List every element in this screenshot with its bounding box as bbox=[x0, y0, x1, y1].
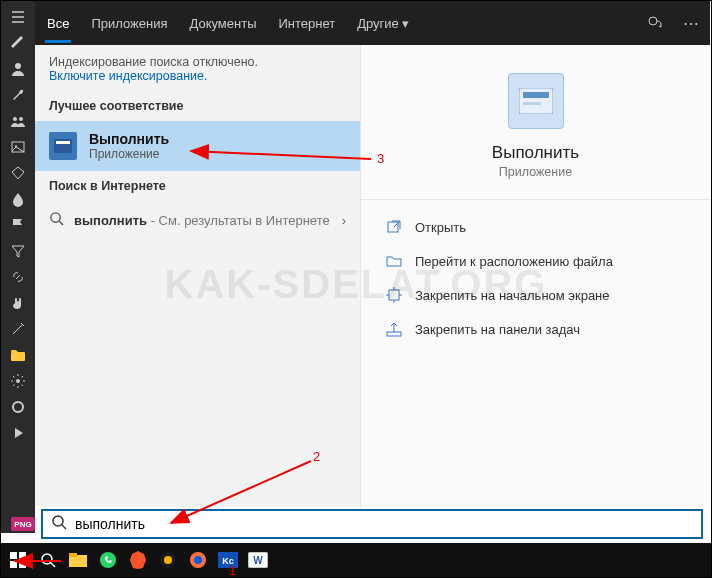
svg-rect-5 bbox=[11, 352, 25, 361]
search-panel: Все Приложения Документы Интернет Другие… bbox=[35, 1, 710, 507]
diamond-icon[interactable] bbox=[10, 165, 26, 181]
menu-icon[interactable] bbox=[10, 9, 26, 25]
taskbar-whatsapp-icon[interactable] bbox=[97, 549, 119, 571]
tab-other[interactable]: Другие ▾ bbox=[355, 16, 411, 31]
chevron-right-icon: › bbox=[342, 213, 346, 228]
taskbar-app-icon[interactable] bbox=[157, 549, 179, 571]
play-icon[interactable] bbox=[10, 425, 26, 441]
tab-all[interactable]: Все bbox=[45, 16, 71, 31]
svg-rect-21 bbox=[10, 561, 17, 568]
annotation-3: 3 bbox=[377, 151, 384, 166]
svg-point-6 bbox=[16, 379, 20, 383]
preview-title: Выполнить bbox=[492, 143, 579, 163]
action-open[interactable]: Открыть bbox=[361, 210, 710, 244]
preview-subtitle: Приложение bbox=[499, 165, 572, 179]
search-box[interactable] bbox=[41, 509, 703, 539]
svg-point-1 bbox=[13, 117, 17, 121]
best-match-subtitle: Приложение bbox=[89, 147, 169, 161]
action-open-label: Открыть bbox=[415, 220, 466, 235]
folder-open-icon bbox=[385, 252, 403, 270]
svg-rect-20 bbox=[19, 552, 26, 559]
svg-rect-10 bbox=[56, 141, 70, 144]
svg-point-11 bbox=[51, 213, 60, 222]
tab-internet[interactable]: Интернет bbox=[276, 16, 337, 31]
svg-point-2 bbox=[19, 117, 23, 121]
filter-icon[interactable] bbox=[10, 243, 26, 259]
notice-text: Индексирование поиска отключено. bbox=[49, 55, 346, 69]
run-app-icon bbox=[49, 132, 77, 160]
svg-point-0 bbox=[15, 63, 21, 69]
section-best-match: Лучшее соответствие bbox=[35, 91, 360, 121]
preview-app-icon bbox=[508, 73, 564, 129]
more-icon[interactable]: ⋯ bbox=[682, 14, 700, 32]
web-suffix: - См. результаты в Интернете bbox=[147, 213, 330, 228]
svg-point-18 bbox=[53, 516, 63, 526]
enable-indexing-link[interactable]: Включите индексирование. bbox=[49, 69, 207, 83]
action-pintaskbar-label: Закрепить на панели задач bbox=[415, 322, 580, 337]
annotation-2: 2 bbox=[313, 449, 320, 464]
svg-rect-16 bbox=[389, 290, 399, 300]
svg-point-28 bbox=[164, 556, 172, 564]
circle-icon[interactable] bbox=[10, 399, 26, 415]
flag-icon[interactable] bbox=[10, 217, 26, 233]
tab-documents[interactable]: Документы bbox=[187, 16, 258, 31]
svg-rect-14 bbox=[523, 102, 541, 105]
person-icon[interactable] bbox=[10, 61, 26, 77]
action-pin-taskbar[interactable]: Закрепить на панели задач bbox=[361, 312, 710, 346]
editor-activity-bar bbox=[1, 1, 35, 533]
best-match-item[interactable]: Выполнить Приложение bbox=[35, 121, 360, 171]
taskbar-search-icon[interactable] bbox=[37, 549, 59, 571]
droplet-icon[interactable] bbox=[10, 191, 26, 207]
open-icon bbox=[385, 218, 403, 236]
web-query: выполнить bbox=[74, 213, 147, 228]
png-badge: PNG bbox=[11, 517, 35, 531]
preview-actions: Открыть Перейти к расположению файла Зак… bbox=[361, 199, 710, 356]
svg-rect-12 bbox=[519, 88, 553, 114]
annotation-1: 1 bbox=[229, 563, 236, 578]
wrench-icon[interactable] bbox=[10, 87, 26, 103]
action-pinstart-label: Закрепить на начальном экране bbox=[415, 288, 610, 303]
preview-column: Выполнить Приложение Открыть Перейти к р… bbox=[361, 45, 710, 507]
gear-icon[interactable] bbox=[10, 373, 26, 389]
taskbar-explorer-icon[interactable] bbox=[67, 549, 89, 571]
search-icon bbox=[51, 514, 67, 534]
best-match-title: Выполнить bbox=[89, 131, 169, 147]
results-column: Индексирование поиска отключено. Включит… bbox=[35, 45, 361, 507]
svg-point-26 bbox=[100, 552, 116, 568]
taskbar-word-icon[interactable]: W bbox=[247, 549, 269, 571]
svg-rect-13 bbox=[523, 92, 549, 98]
start-button[interactable] bbox=[7, 549, 29, 571]
action-file-location[interactable]: Перейти к расположению файла bbox=[361, 244, 710, 278]
svg-text:W: W bbox=[253, 555, 263, 566]
search-input[interactable] bbox=[75, 516, 693, 532]
search-icon bbox=[49, 211, 64, 229]
hand-icon[interactable] bbox=[10, 295, 26, 311]
image-icon[interactable] bbox=[10, 139, 26, 155]
feedback-icon[interactable] bbox=[646, 14, 664, 32]
section-web-search: Поиск в Интернете bbox=[35, 171, 360, 201]
svg-rect-17 bbox=[387, 332, 401, 336]
pin-start-icon bbox=[385, 286, 403, 304]
svg-rect-15 bbox=[388, 222, 398, 232]
pin-taskbar-icon bbox=[385, 320, 403, 338]
action-location-label: Перейти к расположению файла bbox=[415, 254, 613, 269]
link-icon[interactable] bbox=[10, 269, 26, 285]
taskbar-brave-icon[interactable] bbox=[127, 549, 149, 571]
svg-point-7 bbox=[13, 402, 23, 412]
action-pin-start[interactable]: Закрепить на начальном экране bbox=[361, 278, 710, 312]
web-search-item[interactable]: выполнить - См. результаты в Интернете › bbox=[35, 201, 360, 239]
people-icon[interactable] bbox=[10, 113, 26, 129]
svg-point-23 bbox=[42, 554, 52, 564]
brush-icon[interactable] bbox=[10, 35, 26, 51]
svg-point-30 bbox=[194, 556, 202, 564]
wand-icon[interactable] bbox=[10, 321, 26, 337]
folder-icon[interactable] bbox=[10, 347, 26, 363]
taskbar: Kc W bbox=[1, 543, 711, 577]
svg-rect-25 bbox=[69, 553, 77, 557]
taskbar-firefox-icon[interactable] bbox=[187, 549, 209, 571]
svg-rect-19 bbox=[10, 552, 17, 559]
svg-point-8 bbox=[649, 17, 657, 25]
tab-apps[interactable]: Приложения bbox=[89, 16, 169, 31]
indexing-notice: Индексирование поиска отключено. Включит… bbox=[35, 45, 360, 91]
search-tabs: Все Приложения Документы Интернет Другие… bbox=[35, 1, 710, 45]
